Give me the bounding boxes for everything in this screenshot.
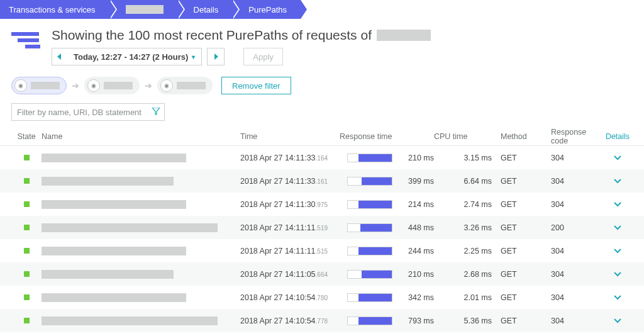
cell-cpu: 3.26 ms (434, 223, 492, 232)
responsetime-bar (347, 293, 392, 302)
state-indicator (24, 271, 30, 277)
cell-responsetime: 399 ms (400, 177, 434, 186)
table-row[interactable]: 2018 Apr 27 14:11:05.664210 ms2.68 msGET… (0, 262, 644, 286)
cell-code: 304 (540, 247, 602, 255)
cell-responsetime: 214 ms (400, 200, 434, 209)
breadcrumb: Transactions & services Details PurePath… (0, 0, 644, 19)
cell-method: GET (492, 316, 540, 325)
cell-cpu: 5.36 ms (434, 316, 492, 325)
service-icon: ◉ (87, 79, 100, 92)
filter-chip[interactable]: ◉ (84, 77, 140, 94)
col-time-header[interactable]: Time (240, 132, 340, 141)
expand-row-button[interactable] (614, 293, 621, 302)
cell-time: 2018 Apr 27 14:10:54.780 (240, 293, 340, 302)
state-indicator (24, 178, 30, 184)
responsetime-bar (347, 177, 392, 186)
filter-input[interactable] (11, 103, 165, 121)
cell-method: GET (492, 177, 540, 186)
timerange-label[interactable]: Today, 12:27 - 14:27 (2 Hours) ▾ (67, 52, 201, 62)
cell-responsetime: 448 ms (400, 223, 434, 232)
table-row[interactable]: 2018 Apr 27 13:47:22.581233 ms2.33 msGET… (0, 332, 644, 336)
purepath-name (42, 270, 174, 279)
cell-responsetime: 244 ms (400, 247, 434, 255)
responsetime-bar (347, 316, 392, 325)
svg-marker-2 (152, 108, 160, 115)
cell-responsetime: 210 ms (400, 270, 434, 279)
purepath-name (42, 154, 186, 162)
table-row[interactable]: 2018 Apr 27 14:11:33.161399 ms6.64 msGET… (0, 169, 644, 193)
purepaths-table: State Name Time Response time CPU time M… (0, 121, 644, 336)
cell-method: GET (492, 200, 540, 209)
table-row[interactable]: 2018 Apr 27 14:11:11.519448 ms3.26 msGET… (0, 216, 644, 239)
apply-button[interactable]: Apply (243, 48, 283, 65)
expand-row-button[interactable] (614, 247, 621, 255)
state-indicator (24, 155, 30, 160)
cell-method: GET (492, 154, 540, 162)
timerange-picker: Today, 12:27 - 14:27 (2 Hours) ▾ (52, 48, 202, 65)
filter-chip[interactable]: ◉ (11, 77, 67, 94)
cell-method: GET (492, 247, 540, 255)
table-row[interactable]: 2018 Apr 27 14:11:11.515244 ms2.25 msGET… (0, 239, 644, 262)
service-icon: ◉ (14, 79, 27, 92)
cell-time: 2018 Apr 27 14:11:33.161 (240, 177, 340, 186)
expand-row-button[interactable] (614, 154, 621, 162)
table-row[interactable]: 2018 Apr 27 14:10:54.778793 ms5.36 msGET… (0, 309, 644, 332)
crumb-purepaths[interactable]: PurePaths (232, 0, 301, 19)
filter-icon[interactable] (152, 108, 160, 117)
cell-time: 2018 Apr 27 14:11:30.975 (240, 200, 340, 209)
col-details-header: Details (602, 132, 633, 141)
cell-responsetime: 793 ms (400, 316, 434, 325)
chevron-down-icon: ▾ (192, 53, 195, 60)
time-next-button[interactable] (208, 53, 224, 60)
crumb-transactions[interactable]: Transactions & services (0, 0, 109, 19)
col-method-header[interactable]: Method (492, 132, 540, 141)
state-indicator (24, 201, 30, 207)
responsetime-bar (347, 223, 392, 232)
cell-time: 2018 Apr 27 14:11:11.515 (240, 247, 340, 255)
purepath-name (42, 177, 174, 186)
state-indicator (24, 294, 30, 300)
filter-chain: ◉ ➔ ◉ ➔ ◉ Remove filter (0, 65, 644, 94)
state-indicator (24, 225, 30, 230)
cell-method: GET (492, 270, 540, 279)
state-indicator (24, 248, 30, 254)
purepath-icon (11, 28, 47, 53)
crumb-service[interactable] (109, 0, 177, 19)
cell-cpu: 2.68 ms (434, 270, 492, 279)
cell-responsetime: 210 ms (400, 154, 434, 162)
crumb-details[interactable]: Details (177, 0, 233, 19)
responsetime-bar (347, 154, 392, 162)
table-row[interactable]: 2018 Apr 27 14:11:30.975214 ms2.74 msGET… (0, 193, 644, 216)
cell-time: 2018 Apr 27 14:11:33.164 (240, 154, 340, 162)
time-prev-button[interactable] (52, 53, 67, 60)
chain-arrow-icon: ➔ (72, 81, 79, 91)
cell-time: 2018 Apr 27 14:11:11.519 (240, 223, 340, 232)
col-cpu-header[interactable]: CPU time (434, 132, 492, 141)
col-state-header[interactable]: State (11, 132, 42, 141)
filter-chip[interactable]: ◉ (157, 77, 213, 94)
table-row[interactable]: 2018 Apr 27 14:11:33.164210 ms3.15 msGET… (0, 146, 644, 169)
cell-time: 2018 Apr 27 14:10:54.778 (240, 316, 340, 325)
cell-cpu: 2.74 ms (434, 200, 492, 209)
col-name-header[interactable]: Name (42, 132, 240, 141)
expand-row-button[interactable] (614, 270, 621, 279)
purepath-name (42, 223, 218, 232)
expand-row-button[interactable] (614, 223, 621, 232)
responsetime-bar (347, 200, 392, 209)
cell-method: GET (492, 223, 540, 232)
remove-filter-button[interactable]: Remove filter (221, 77, 291, 94)
cell-code: 304 (540, 293, 602, 302)
state-indicator (24, 318, 30, 323)
table-row[interactable]: 2018 Apr 27 14:10:54.780342 ms2.01 msGET… (0, 286, 644, 309)
expand-row-button[interactable] (614, 200, 621, 209)
cell-code: 304 (540, 200, 602, 209)
expand-row-button[interactable] (614, 177, 621, 186)
cell-code: 304 (540, 316, 602, 325)
table-header: State Name Time Response time CPU time M… (0, 127, 644, 146)
col-code-header[interactable]: Response code (540, 128, 602, 145)
cell-code: 200 (540, 223, 602, 232)
chain-arrow-icon: ➔ (145, 81, 152, 91)
expand-row-button[interactable] (614, 316, 621, 325)
cell-time: 2018 Apr 27 14:11:05.664 (240, 270, 340, 279)
col-responsetime-header[interactable]: Response time (340, 132, 434, 141)
